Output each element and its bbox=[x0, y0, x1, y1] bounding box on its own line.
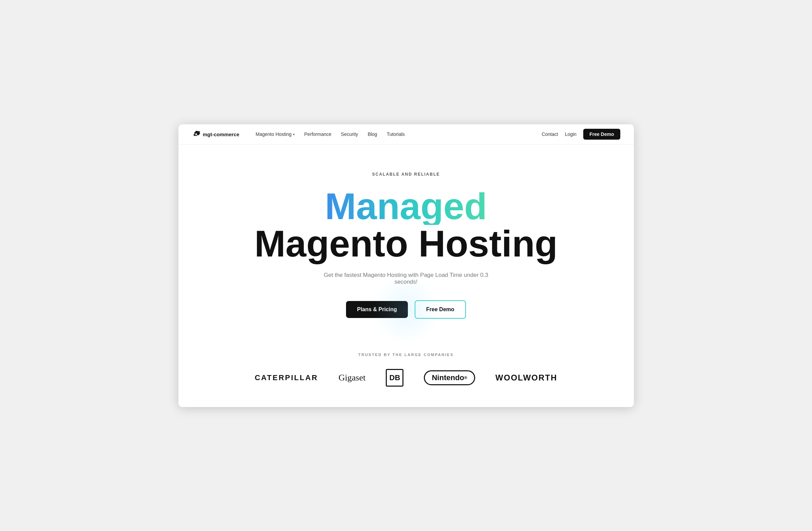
navbar: mgt-commerce Magento Hosting ▾ Performan… bbox=[178, 124, 634, 145]
logo-caterpillar: CATERPILLAR bbox=[255, 373, 318, 382]
nav-item-performance[interactable]: Performance bbox=[304, 132, 331, 137]
nav-item-tutorials[interactable]: Tutorials bbox=[387, 132, 405, 137]
nav-contact-link[interactable]: Contact bbox=[542, 132, 558, 137]
hero-cta-row: Plans & Pricing Free Demo bbox=[346, 300, 466, 319]
nav-links: Magento Hosting ▾ Performance Security B… bbox=[256, 132, 542, 137]
logo-woolworth: WOOLWORTH bbox=[496, 373, 557, 383]
logo-gigaset: Gigaset bbox=[338, 373, 365, 383]
trusted-label: TRUSTED BY THE LARGE COMPANIES bbox=[358, 353, 454, 357]
hero-headline-gradient: Managed bbox=[325, 188, 487, 225]
nav-item-security[interactable]: Security bbox=[341, 132, 358, 137]
logo-icon bbox=[192, 130, 200, 138]
hero-headline: Managed Magento Hosting bbox=[254, 188, 557, 262]
chevron-down-icon: ▾ bbox=[293, 133, 295, 136]
nav-login-link[interactable]: Login bbox=[565, 132, 577, 137]
trusted-section: TRUSTED BY THE LARGE COMPANIES CATERPILL… bbox=[178, 339, 634, 407]
hero-section: SCALABLE AND RELIABLE Managed Magento Ho… bbox=[178, 145, 634, 339]
nav-right: Contact Login Free Demo bbox=[542, 129, 620, 139]
trusted-logos: CATERPILLAR Gigaset DB Nintendo® WOOLWOR… bbox=[255, 369, 557, 387]
nav-item-magento-hosting[interactable]: Magento Hosting ▾ bbox=[256, 132, 295, 137]
free-demo-button[interactable]: Free Demo bbox=[415, 300, 466, 319]
hero-eyebrow: SCALABLE AND RELIABLE bbox=[372, 172, 440, 177]
nav-item-blog[interactable]: Blog bbox=[368, 132, 377, 137]
hero-subtext: Get the fastest Magento Hosting with Pag… bbox=[318, 272, 495, 285]
nintendo-registered-mark: ® bbox=[464, 375, 467, 380]
nav-free-demo-button[interactable]: Free Demo bbox=[583, 129, 620, 139]
plans-pricing-button[interactable]: Plans & Pricing bbox=[346, 301, 407, 318]
logo-nintendo: Nintendo® bbox=[424, 370, 475, 385]
logo-db: DB bbox=[386, 369, 404, 387]
logo[interactable]: mgt-commerce bbox=[192, 130, 240, 138]
hero-headline-black: Magento Hosting bbox=[254, 225, 557, 262]
svg-point-0 bbox=[195, 133, 197, 135]
browser-frame: mgt-commerce Magento Hosting ▾ Performan… bbox=[178, 124, 634, 407]
logo-text: mgt-commerce bbox=[203, 132, 240, 137]
